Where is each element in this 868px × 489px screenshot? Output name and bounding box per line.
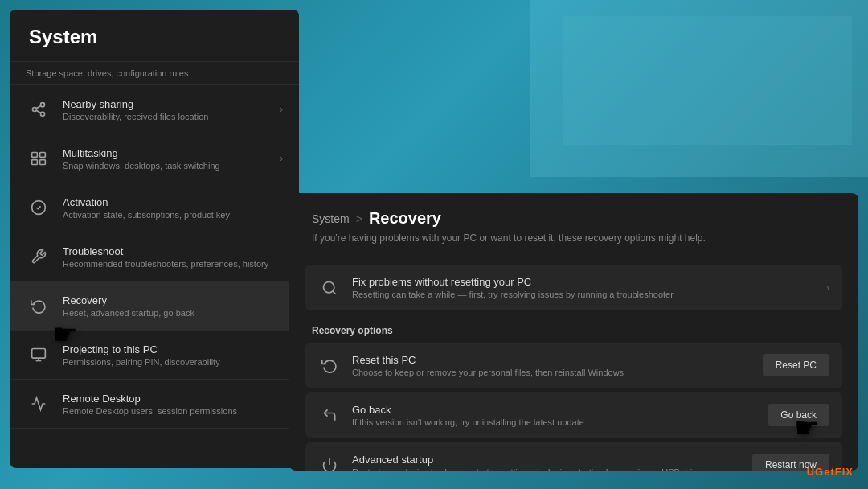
history-icon (318, 404, 341, 426)
nearby-sharing-title: Nearby sharing (63, 98, 280, 110)
go-back-text: Go back If this version isn't working, t… (352, 404, 768, 427)
sidebar-item-multitasking[interactable]: Multitasking Snap windows, desktops, tas… (10, 134, 299, 183)
page-title: System (29, 26, 280, 48)
advanced-startup-row: Advanced startup Restart your device to … (305, 442, 842, 471)
remote-desktop-desc: Remote Desktop users, session permission… (63, 406, 283, 416)
svg-point-13 (324, 281, 334, 292)
nearby-sharing-desc: Discoverability, received files location (63, 112, 280, 121)
fix-problems-text: Fix problems without resetting your PC R… (352, 276, 826, 299)
chevron-icon: › (280, 153, 283, 164)
go-back-button[interactable]: Go back (768, 404, 829, 426)
svg-rect-10 (32, 349, 46, 359)
activation-desc: Activation state, subscriptions, product… (63, 210, 283, 220)
watermark-text: UGetFIX (807, 466, 854, 478)
breadcrumb-current: Recovery (369, 209, 441, 228)
screen-icon (26, 342, 51, 368)
remote-desktop-title: Remote Desktop (63, 392, 283, 405)
reset-icon (318, 354, 341, 376)
multitasking-desc: Snap windows, desktops, task switching (63, 161, 280, 171)
truncated-item: Storage space, drives, configuration rul… (10, 62, 299, 85)
go-back-title: Go back (352, 404, 768, 416)
recovery-options-label: Recovery options (289, 320, 858, 343)
share-icon (26, 97, 51, 122)
svg-line-14 (333, 290, 336, 294)
troubleshoot-title: Troubleshoot (63, 245, 283, 257)
projecting-desc: Permissions, pairing PIN, discoverabilit… (63, 357, 283, 367)
right-panel-description: If you're having problems with your PC o… (312, 232, 836, 244)
svg-rect-6 (40, 153, 46, 158)
chevron-icon: › (280, 104, 283, 115)
fix-problems-desc: Resetting can take a while — first, try … (352, 290, 826, 299)
recovery-icon (26, 293, 51, 318)
breadcrumb-system: System (312, 212, 350, 225)
advanced-startup-desc: Restart your device to change startup se… (352, 467, 752, 471)
svg-point-1 (33, 108, 37, 112)
svg-rect-8 (40, 160, 46, 165)
activation-text: Activation Activation state, subscriptio… (63, 196, 283, 220)
svg-point-0 (41, 103, 45, 107)
recovery-title: Recovery (63, 294, 283, 306)
startup-icon (318, 454, 341, 471)
advanced-startup-text: Advanced startup Restart your device to … (352, 454, 752, 471)
sidebar-item-troubleshoot[interactable]: Troubleshoot Recommended troubleshooters… (10, 232, 299, 281)
check-circle-icon (26, 195, 51, 220)
reset-this-pc-title: Reset this PC (352, 354, 763, 366)
reset-this-pc-desc: Choose to keep or remove your personal f… (352, 368, 763, 377)
svg-line-3 (36, 110, 41, 113)
settings-list: Nearby sharing Discoverability, received… (10, 85, 299, 429)
multitask-icon (26, 146, 51, 171)
fix-problems-icon (318, 277, 341, 299)
reset-this-pc-row: Reset this PC Choose to keep or remove y… (305, 343, 842, 388)
breadcrumb: System > Recovery (312, 209, 836, 228)
multitasking-title: Multitasking (63, 147, 280, 159)
svg-point-2 (41, 112, 45, 116)
sidebar-item-recovery[interactable]: Recovery Reset, advanced startup, go bac… (10, 281, 299, 331)
left-panel: System Storage space, drives, configurat… (10, 10, 299, 468)
breadcrumb-separator: > (356, 212, 362, 225)
troubleshoot-text: Troubleshoot Recommended troubleshooters… (63, 245, 283, 269)
fix-problems-title: Fix problems without resetting your PC (352, 276, 826, 288)
sidebar-item-activation[interactable]: Activation Activation state, subscriptio… (10, 183, 299, 232)
svg-line-4 (36, 105, 41, 108)
multitasking-text: Multitasking Snap windows, desktops, tas… (63, 147, 280, 171)
sidebar-item-projecting[interactable]: Projecting to this PC Permissions, pairi… (10, 331, 299, 380)
activation-title: Activation (63, 196, 283, 208)
troubleshoot-desc: Recommended troubleshooters, preferences… (63, 259, 283, 269)
advanced-startup-title: Advanced startup (352, 454, 752, 466)
bg-decoration-2 (563, 16, 852, 145)
right-panel-header: System > Recovery If you're having probl… (289, 193, 858, 265)
remote-icon (26, 391, 51, 417)
go-back-desc: If this version isn't working, try unins… (352, 417, 768, 427)
recovery-desc: Reset, advanced startup, go back (63, 308, 283, 318)
nearby-sharing-text: Nearby sharing Discoverability, received… (63, 98, 280, 121)
remote-text: Remote Desktop Remote Desktop users, ses… (63, 392, 283, 416)
svg-rect-7 (32, 160, 38, 165)
recovery-text: Recovery Reset, advanced startup, go bac… (63, 294, 283, 318)
watermark: UGetFIX (807, 466, 854, 478)
sidebar-item-nearby-sharing[interactable]: Nearby sharing Discoverability, received… (10, 85, 299, 134)
sidebar-item-remote-desktop[interactable]: Remote Desktop Remote Desktop users, ses… (10, 380, 299, 429)
left-panel-header: System (10, 10, 299, 62)
wrench-icon (26, 244, 51, 269)
fix-problems-row[interactable]: Fix problems without resetting your PC R… (305, 265, 842, 310)
right-panel: System > Recovery If you're having probl… (289, 193, 858, 471)
go-back-row: Go back If this version isn't working, t… (305, 392, 842, 438)
reset-pc-button[interactable]: Reset PC (763, 354, 829, 376)
reset-this-pc-text: Reset this PC Choose to keep or remove y… (352, 354, 763, 377)
projecting-title: Projecting to this PC (63, 343, 283, 355)
projecting-text: Projecting to this PC Permissions, pairi… (63, 343, 283, 367)
svg-rect-5 (32, 153, 38, 158)
fix-problems-chevron-icon: › (826, 282, 829, 294)
